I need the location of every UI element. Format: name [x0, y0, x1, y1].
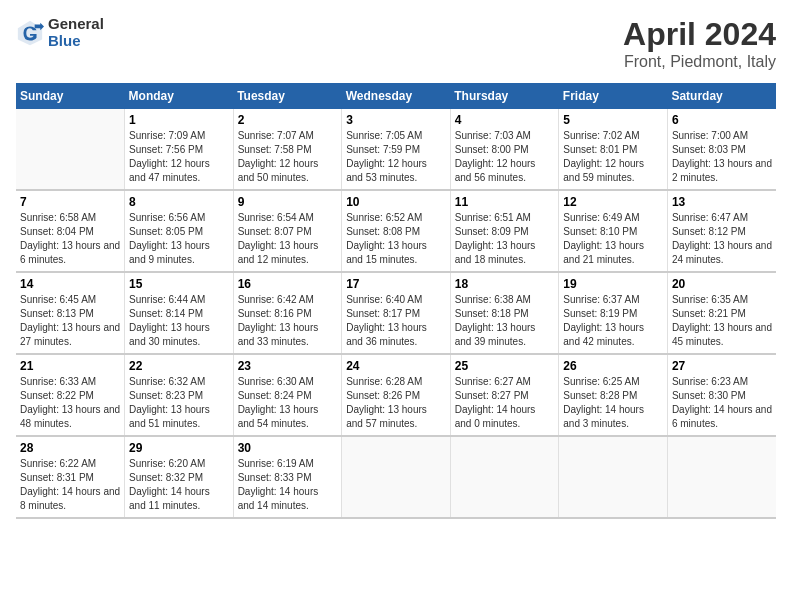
week-row-2: 7Sunrise: 6:58 AMSunset: 8:04 PMDaylight…	[16, 190, 776, 272]
day-number: 2	[238, 113, 338, 127]
day-number: 16	[238, 277, 338, 291]
day-number: 14	[20, 277, 120, 291]
day-cell: 13Sunrise: 6:47 AMSunset: 8:12 PMDayligh…	[667, 190, 776, 272]
day-cell: 18Sunrise: 6:38 AMSunset: 8:18 PMDayligh…	[450, 272, 559, 354]
day-info: Sunrise: 6:20 AMSunset: 8:32 PMDaylight:…	[129, 457, 229, 513]
day-cell: 5Sunrise: 7:02 AMSunset: 8:01 PMDaylight…	[559, 109, 668, 190]
day-info: Sunrise: 7:00 AMSunset: 8:03 PMDaylight:…	[672, 129, 772, 185]
week-row-4: 21Sunrise: 6:33 AMSunset: 8:22 PMDayligh…	[16, 354, 776, 436]
day-number: 12	[563, 195, 663, 209]
day-cell: 4Sunrise: 7:03 AMSunset: 8:00 PMDaylight…	[450, 109, 559, 190]
day-cell: 9Sunrise: 6:54 AMSunset: 8:07 PMDaylight…	[233, 190, 342, 272]
day-cell: 6Sunrise: 7:00 AMSunset: 8:03 PMDaylight…	[667, 109, 776, 190]
day-number: 23	[238, 359, 338, 373]
day-info: Sunrise: 6:35 AMSunset: 8:21 PMDaylight:…	[672, 293, 772, 349]
day-cell: 27Sunrise: 6:23 AMSunset: 8:30 PMDayligh…	[667, 354, 776, 436]
day-info: Sunrise: 7:07 AMSunset: 7:58 PMDaylight:…	[238, 129, 338, 185]
day-cell: 15Sunrise: 6:44 AMSunset: 8:14 PMDayligh…	[125, 272, 234, 354]
col-header-monday: Monday	[125, 83, 234, 109]
day-info: Sunrise: 6:51 AMSunset: 8:09 PMDaylight:…	[455, 211, 555, 267]
day-info: Sunrise: 7:09 AMSunset: 7:56 PMDaylight:…	[129, 129, 229, 185]
col-header-sunday: Sunday	[16, 83, 125, 109]
day-info: Sunrise: 6:30 AMSunset: 8:24 PMDaylight:…	[238, 375, 338, 431]
day-number: 24	[346, 359, 446, 373]
day-cell	[16, 109, 125, 190]
day-number: 27	[672, 359, 772, 373]
day-cell: 10Sunrise: 6:52 AMSunset: 8:08 PMDayligh…	[342, 190, 451, 272]
day-cell: 21Sunrise: 6:33 AMSunset: 8:22 PMDayligh…	[16, 354, 125, 436]
day-number: 10	[346, 195, 446, 209]
logo-general: General	[48, 16, 104, 33]
day-cell: 12Sunrise: 6:49 AMSunset: 8:10 PMDayligh…	[559, 190, 668, 272]
day-number: 26	[563, 359, 663, 373]
day-number: 18	[455, 277, 555, 291]
calendar-table: SundayMondayTuesdayWednesdayThursdayFrid…	[16, 83, 776, 519]
day-cell: 8Sunrise: 6:56 AMSunset: 8:05 PMDaylight…	[125, 190, 234, 272]
day-cell: 20Sunrise: 6:35 AMSunset: 8:21 PMDayligh…	[667, 272, 776, 354]
day-info: Sunrise: 6:32 AMSunset: 8:23 PMDaylight:…	[129, 375, 229, 431]
col-header-wednesday: Wednesday	[342, 83, 451, 109]
logo-icon	[16, 19, 44, 47]
day-cell: 23Sunrise: 6:30 AMSunset: 8:24 PMDayligh…	[233, 354, 342, 436]
day-info: Sunrise: 6:49 AMSunset: 8:10 PMDaylight:…	[563, 211, 663, 267]
day-cell: 29Sunrise: 6:20 AMSunset: 8:32 PMDayligh…	[125, 436, 234, 518]
day-cell	[342, 436, 451, 518]
day-cell: 7Sunrise: 6:58 AMSunset: 8:04 PMDaylight…	[16, 190, 125, 272]
day-cell: 14Sunrise: 6:45 AMSunset: 8:13 PMDayligh…	[16, 272, 125, 354]
day-cell: 28Sunrise: 6:22 AMSunset: 8:31 PMDayligh…	[16, 436, 125, 518]
day-cell: 24Sunrise: 6:28 AMSunset: 8:26 PMDayligh…	[342, 354, 451, 436]
day-cell	[559, 436, 668, 518]
day-info: Sunrise: 6:28 AMSunset: 8:26 PMDaylight:…	[346, 375, 446, 431]
day-number: 9	[238, 195, 338, 209]
day-cell: 1Sunrise: 7:09 AMSunset: 7:56 PMDaylight…	[125, 109, 234, 190]
day-info: Sunrise: 6:45 AMSunset: 8:13 PMDaylight:…	[20, 293, 120, 349]
day-number: 5	[563, 113, 663, 127]
day-number: 3	[346, 113, 446, 127]
col-header-tuesday: Tuesday	[233, 83, 342, 109]
day-info: Sunrise: 6:52 AMSunset: 8:08 PMDaylight:…	[346, 211, 446, 267]
main-title: April 2024	[623, 16, 776, 53]
day-info: Sunrise: 6:19 AMSunset: 8:33 PMDaylight:…	[238, 457, 338, 513]
svg-marker-0	[18, 20, 42, 44]
day-info: Sunrise: 6:58 AMSunset: 8:04 PMDaylight:…	[20, 211, 120, 267]
day-number: 25	[455, 359, 555, 373]
day-number: 7	[20, 195, 120, 209]
subtitle: Front, Piedmont, Italy	[623, 53, 776, 71]
day-info: Sunrise: 6:56 AMSunset: 8:05 PMDaylight:…	[129, 211, 229, 267]
day-cell: 17Sunrise: 6:40 AMSunset: 8:17 PMDayligh…	[342, 272, 451, 354]
logo-blue: Blue	[48, 33, 104, 50]
day-info: Sunrise: 7:05 AMSunset: 7:59 PMDaylight:…	[346, 129, 446, 185]
day-info: Sunrise: 7:02 AMSunset: 8:01 PMDaylight:…	[563, 129, 663, 185]
day-cell: 26Sunrise: 6:25 AMSunset: 8:28 PMDayligh…	[559, 354, 668, 436]
day-cell: 30Sunrise: 6:19 AMSunset: 8:33 PMDayligh…	[233, 436, 342, 518]
day-cell	[450, 436, 559, 518]
day-number: 20	[672, 277, 772, 291]
day-number: 6	[672, 113, 772, 127]
day-info: Sunrise: 6:23 AMSunset: 8:30 PMDaylight:…	[672, 375, 772, 431]
day-info: Sunrise: 6:38 AMSunset: 8:18 PMDaylight:…	[455, 293, 555, 349]
week-row-5: 28Sunrise: 6:22 AMSunset: 8:31 PMDayligh…	[16, 436, 776, 518]
day-number: 21	[20, 359, 120, 373]
day-info: Sunrise: 6:47 AMSunset: 8:12 PMDaylight:…	[672, 211, 772, 267]
day-number: 13	[672, 195, 772, 209]
day-number: 4	[455, 113, 555, 127]
day-info: Sunrise: 6:22 AMSunset: 8:31 PMDaylight:…	[20, 457, 120, 513]
day-number: 30	[238, 441, 338, 455]
logo: General Blue	[16, 16, 104, 49]
title-section: April 2024 Front, Piedmont, Italy	[623, 16, 776, 71]
day-cell: 22Sunrise: 6:32 AMSunset: 8:23 PMDayligh…	[125, 354, 234, 436]
day-number: 8	[129, 195, 229, 209]
day-info: Sunrise: 6:44 AMSunset: 8:14 PMDaylight:…	[129, 293, 229, 349]
day-info: Sunrise: 6:33 AMSunset: 8:22 PMDaylight:…	[20, 375, 120, 431]
day-cell: 11Sunrise: 6:51 AMSunset: 8:09 PMDayligh…	[450, 190, 559, 272]
day-info: Sunrise: 6:42 AMSunset: 8:16 PMDaylight:…	[238, 293, 338, 349]
day-cell: 19Sunrise: 6:37 AMSunset: 8:19 PMDayligh…	[559, 272, 668, 354]
day-number: 28	[20, 441, 120, 455]
day-number: 22	[129, 359, 229, 373]
day-number: 19	[563, 277, 663, 291]
day-info: Sunrise: 6:25 AMSunset: 8:28 PMDaylight:…	[563, 375, 663, 431]
day-number: 11	[455, 195, 555, 209]
col-header-thursday: Thursday	[450, 83, 559, 109]
day-info: Sunrise: 6:37 AMSunset: 8:19 PMDaylight:…	[563, 293, 663, 349]
day-info: Sunrise: 6:27 AMSunset: 8:27 PMDaylight:…	[455, 375, 555, 431]
